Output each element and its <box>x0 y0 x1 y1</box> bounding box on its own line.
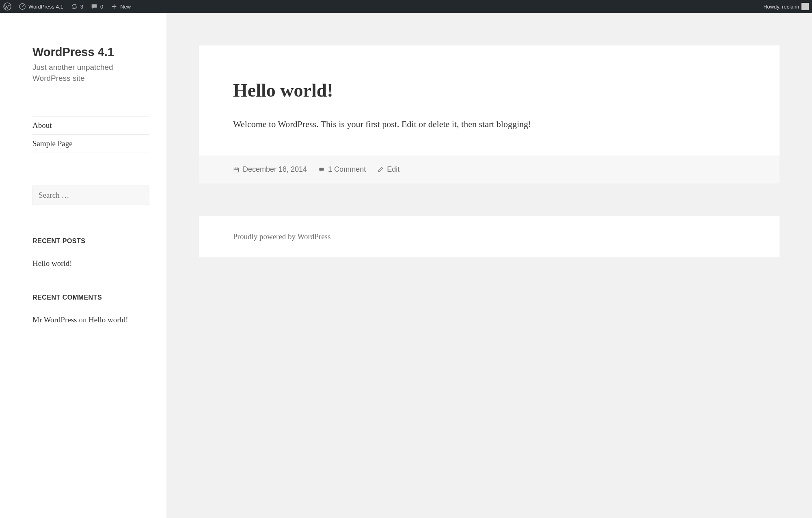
list-item: Hello world! <box>32 258 149 270</box>
page-wrap: WordPress 4.1 Just another unpatched Wor… <box>0 13 812 518</box>
comments-count: 0 <box>100 4 103 10</box>
recent-posts-widget: RECENT POSTS Hello world! <box>32 237 149 270</box>
comment-icon <box>91 3 98 10</box>
howdy-text: Howdy, reclaim <box>763 4 799 10</box>
recent-posts-title: RECENT POSTS <box>32 237 149 245</box>
plus-icon <box>110 3 118 10</box>
comment-author-link[interactable]: Mr WordPress <box>32 315 77 324</box>
recent-comments-list: Mr WordPress on Hello world! <box>32 314 149 326</box>
recent-comments-title: RECENT COMMENTS <box>32 294 149 301</box>
edit-icon <box>377 166 384 173</box>
recent-post-link[interactable]: Hello world! <box>32 259 72 268</box>
comments-menu[interactable]: 0 <box>91 3 103 10</box>
svg-rect-2 <box>234 168 238 172</box>
new-content-menu[interactable]: New <box>110 3 131 10</box>
site-title[interactable]: WordPress 4.1 <box>32 45 149 59</box>
site-footer: Proudly powered by WordPress <box>199 216 780 257</box>
comment-icon <box>318 166 325 173</box>
sidebar: WordPress 4.1 Just another unpatched Wor… <box>0 13 166 518</box>
dashboard-icon <box>19 3 26 10</box>
admin-bar-left: WordPress 4.1 3 0 New <box>3 2 131 11</box>
nav-link-sample-page[interactable]: Sample Page <box>32 135 149 153</box>
site-name-label: WordPress 4.1 <box>28 4 63 10</box>
post-footer: December 18, 2014 1 Comment Edit <box>199 155 780 183</box>
main-content: Hello world! Welcome to WordPress. This … <box>166 13 812 518</box>
post-comments-item: 1 Comment <box>318 165 366 174</box>
post-edit-link[interactable]: Edit <box>387 165 400 174</box>
refresh-icon <box>71 3 78 10</box>
recent-posts-list: Hello world! <box>32 258 149 270</box>
nav-menu: About Sample Page <box>32 116 149 153</box>
post-edit-item: Edit <box>377 165 400 174</box>
avatar <box>801 3 809 10</box>
updates-count: 3 <box>80 4 83 10</box>
nav-link-about[interactable]: About <box>32 117 149 134</box>
powered-by-link[interactable]: Proudly powered by WordPress <box>233 232 330 241</box>
on-word: on <box>77 315 89 324</box>
post-title-link[interactable]: Hello world! <box>233 80 333 101</box>
site-name-menu[interactable]: WordPress 4.1 <box>19 3 63 10</box>
site-tagline: Just another unpatched WordPress site <box>32 62 149 84</box>
calendar-icon <box>233 166 240 173</box>
admin-bar-right: Howdy, reclaim <box>763 3 809 10</box>
user-menu[interactable]: Howdy, reclaim <box>763 3 809 10</box>
post-content: Welcome to WordPress. This is your first… <box>233 117 745 131</box>
new-label: New <box>120 4 131 10</box>
search-input[interactable] <box>32 186 149 205</box>
post-date-item: December 18, 2014 <box>233 165 307 174</box>
post-date-link[interactable]: December 18, 2014 <box>243 165 307 174</box>
nav-item-sample-page: Sample Page <box>32 135 149 153</box>
post: Hello world! Welcome to WordPress. This … <box>199 45 780 183</box>
list-item: Mr WordPress on Hello world! <box>32 314 149 326</box>
post-title[interactable]: Hello world! <box>233 80 745 101</box>
recent-comments-widget: RECENT COMMENTS Mr WordPress on Hello wo… <box>32 294 149 326</box>
admin-bar: WordPress 4.1 3 0 New Howdy, reclaim <box>0 0 812 13</box>
wordpress-logo-icon <box>3 2 11 11</box>
wp-logo-menu[interactable] <box>3 2 11 11</box>
comment-post-link[interactable]: Hello world! <box>89 315 128 324</box>
nav-item-about: About <box>32 117 149 135</box>
updates-menu[interactable]: 3 <box>71 3 83 10</box>
post-comments-link[interactable]: 1 Comment <box>328 165 366 174</box>
post-body: Hello world! Welcome to WordPress. This … <box>199 45 780 155</box>
